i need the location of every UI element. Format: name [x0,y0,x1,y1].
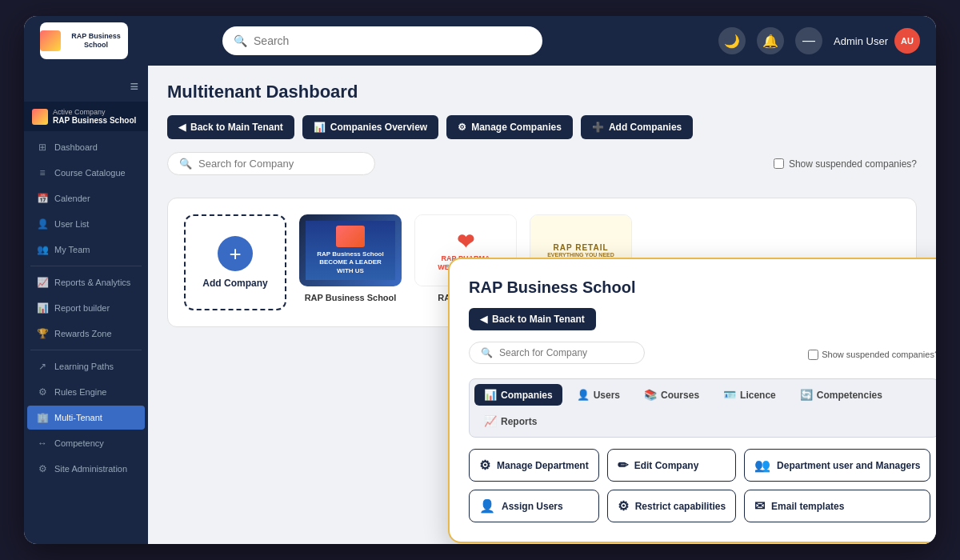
search-company-input[interactable] [198,158,363,170]
manage-dept-icon: ⚙ [479,458,490,473]
dashboard-icon: ⊞ [37,142,48,153]
overlay-search-row: 🔍 Show suspended companies? [469,342,936,367]
user-avatar: AU [894,28,920,54]
sidebar-item-dashboard[interactable]: ⊞ Dashboard [27,135,145,159]
overlay-back-button[interactable]: ◀ Back to Main Tenant [469,308,596,330]
sidebar-item-calender[interactable]: 📅 Calender [27,186,145,210]
browser-frame: RAP Business School 🔍 🌙 🔔 — Admin User A… [24,16,936,544]
assign-users-icon: 👤 [479,498,495,514]
company-logo-rap: RAP Business SchoolBECOME A LEADER WITH … [299,214,402,286]
show-suspended-checkbox[interactable] [774,158,784,169]
sidebar-label-calender: Calender [54,194,90,203]
rap-logo-inner: RAP Business SchoolBECOME A LEADER WITH … [306,221,395,280]
tab-licence[interactable]: 🪪 Licence [714,384,786,406]
show-suspended-row: Show suspended companies? [774,158,917,170]
tab-companies[interactable]: 📊 Companies [474,384,562,406]
overlay-suspended: Show suspended companies? [808,350,936,360]
tab-users[interactable]: 👤 Users [567,384,630,406]
tab-reports-icon: 📈 [484,415,497,427]
search-company-icon: 🔍 [179,158,192,170]
companies-overview-button[interactable]: 📊 Companies Overview [302,115,438,139]
back-to-main-tenant-button[interactable]: ◀ Back to Main Tenant [167,115,294,139]
tab-reports[interactable]: 📈 Reports [474,410,546,432]
user-icon: 👤 [37,218,48,230]
minus-icon[interactable]: — [795,27,822,54]
add-companies-button[interactable]: ➕ Add Companies [581,115,693,139]
active-company-name: RAP Business School [53,116,136,125]
tab-courses-icon: 📚 [644,389,657,401]
sidebar-item-my-team[interactable]: 👥 My Team [27,238,145,262]
top-nav: RAP Business School 🔍 🌙 🔔 — Admin User A… [24,16,936,66]
nav-icons: 🌙 🔔 — Admin User AU [718,27,920,54]
search-bar[interactable]: 🔍 [222,26,542,55]
tab-competencies-icon: 🔄 [800,389,813,401]
rap-book-icon [336,226,365,247]
company-tile-rap[interactable]: RAP Business SchoolBECOME A LEADER WITH … [299,214,402,310]
rules-icon: ⚙ [37,386,48,398]
rewards-icon: 🏆 [37,328,48,339]
overview-icon: 📊 [314,122,326,133]
add-company-plus-icon: + [218,236,253,271]
logo-text: RAP Business School [64,32,128,50]
reports-icon: 📈 [37,277,48,288]
company-name-rap: RAP Business School [305,293,397,302]
manage-department-button[interactable]: ⚙ Manage Department [469,449,599,482]
sidebar-label-rewards: Rewards Zone [54,329,112,338]
sidebar-item-course-catalogue[interactable]: ≡ Course Catalogue [27,161,145,185]
overlay-back-arrow-icon: ◀ [480,314,487,325]
sidebar-separator-1 [30,266,142,266]
search-filter-row: 🔍 Show suspended companies? [167,152,917,186]
sidebar-item-rewards[interactable]: 🏆 Rewards Zone [27,322,145,346]
search-icon: 🔍 [234,34,247,47]
email-icon: ✉ [754,498,765,514]
restrict-icon: ⚙ [618,498,629,514]
sidebar-item-user-list[interactable]: 👤 User List [27,212,145,236]
sidebar-item-rules-engine[interactable]: ⚙ Rules Engine [27,380,145,404]
hamburger-menu[interactable]: ≡ [24,72,148,102]
tab-courses[interactable]: 📚 Courses [634,384,709,406]
user-info: Admin User AU [834,28,920,54]
add-company-label: Add Company [202,278,267,289]
main-area: ≡ Active Company RAP Business School ⊞ D… [24,66,936,544]
email-templates-button[interactable]: ✉ Email templates [744,490,930,522]
sidebar-item-site-admin[interactable]: ⚙ Site Administration [27,457,145,481]
action-buttons-row: ◀ Back to Main Tenant 📊 Companies Overvi… [167,115,917,139]
calendar-icon: 📅 [37,193,48,204]
sidebar-label-users: User List [54,219,89,229]
active-company-label: Active Company [53,108,136,116]
manage-companies-button[interactable]: ⚙ Manage Companies [446,115,573,139]
search-input[interactable] [254,34,531,47]
active-company-section: Active Company RAP Business School [24,102,148,131]
sidebar-label-team: My Team [54,245,90,254]
search-company-bar[interactable]: 🔍 [167,152,375,175]
sidebar-label-course: Course Catalogue [54,168,126,178]
overlay-suspended-checkbox[interactable] [808,350,818,360]
moon-icon[interactable]: 🌙 [718,27,746,54]
department-user-managers-button[interactable]: 👥 Department user and Managers [744,449,930,482]
sidebar-label-rules: Rules Engine [54,387,106,397]
add-icon: ➕ [592,122,604,133]
overlay-search-bar[interactable]: 🔍 [469,342,645,364]
tab-companies-icon: 📊 [484,389,497,401]
sidebar-item-report-builder[interactable]: 📊 Report builder [27,296,145,320]
add-company-tile[interactable]: + Add Company [184,214,286,310]
tabs-row: 📊 Companies 👤 Users 📚 Courses 🪪 Licence [469,378,936,438]
manage-icon: ⚙ [458,122,466,133]
sidebar-item-reports[interactable]: 📈 Reports & Analytics [27,270,145,294]
paths-icon: ↗ [37,361,48,372]
overlay-suspended-label: Show suspended companies? [822,350,936,359]
tab-licence-icon: 🪪 [723,389,736,401]
overlay-search-input[interactable] [499,347,633,358]
sidebar-item-multi-tenant[interactable]: 🏢 Multi-Tenant [27,406,145,430]
bell-icon[interactable]: 🔔 [757,27,784,54]
edit-company-button[interactable]: ✏ Edit Company [607,449,736,482]
content-area: Multitenant Dashboard ◀ Back to Main Ten… [148,66,936,544]
tab-competencies[interactable]: 🔄 Competencies [790,384,892,406]
assign-users-button[interactable]: 👤 Assign Users [469,490,599,522]
sidebar-item-competency[interactable]: ↔ Competency [27,431,145,455]
restrict-capabilities-button[interactable]: ⚙ Restrict capabilities [607,490,736,522]
competency-icon: ↔ [37,438,48,449]
page-title: Multitenant Dashboard [167,82,917,102]
sidebar-item-learning-paths[interactable]: ↗ Learning Paths [27,354,145,378]
dept-users-icon: 👥 [754,458,770,473]
